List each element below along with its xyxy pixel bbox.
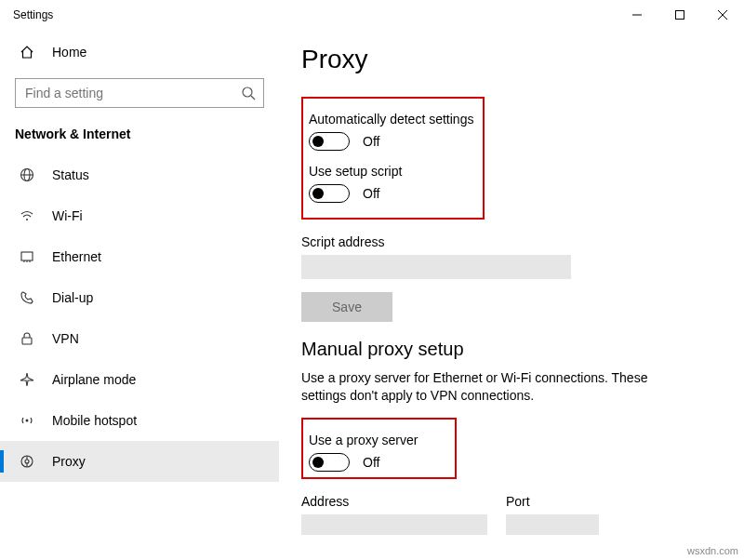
save-button[interactable]: Save [301, 292, 392, 322]
svg-point-15 [26, 420, 29, 422]
sidebar-home[interactable]: Home [0, 35, 279, 69]
sidebar-item-dialup[interactable]: Dial-up [0, 277, 279, 318]
sidebar-item-label: Mobile hotspot [52, 413, 137, 428]
sidebar-item-hotspot[interactable]: Mobile hotspot [0, 400, 279, 441]
search-input[interactable] [23, 85, 241, 101]
sidebar-item-label: Proxy [52, 454, 86, 469]
minimize-button[interactable] [616, 0, 658, 30]
proxy-icon [19, 454, 35, 469]
svg-line-5 [251, 96, 255, 100]
svg-rect-14 [22, 338, 32, 344]
use-proxy-state: Off [363, 455, 379, 470]
use-script-state: Off [363, 186, 379, 201]
sidebar-item-vpn[interactable]: VPN [0, 318, 279, 359]
svg-rect-1 [676, 11, 684, 20]
use-script-label: Use setup script [309, 164, 473, 179]
svg-point-4 [243, 87, 252, 97]
sidebar-section: Network & Internet [0, 121, 279, 154]
search-icon [241, 86, 256, 100]
auto-detect-state: Off [363, 134, 379, 149]
sidebar-item-proxy[interactable]: Proxy [0, 441, 279, 482]
address-label: Address [301, 494, 487, 509]
port-input[interactable] [506, 514, 599, 535]
maximize-button[interactable] [658, 0, 701, 30]
sidebar: Home Network & Internet Status Wi-Fi Eth… [0, 30, 279, 560]
sidebar-item-wifi[interactable]: Wi-Fi [0, 195, 279, 236]
airplane-icon [19, 372, 35, 387]
sidebar-item-label: Status [52, 167, 89, 182]
address-input[interactable] [301, 514, 487, 535]
highlight-box-proxy: Use a proxy server Off [301, 418, 457, 479]
svg-rect-10 [21, 252, 33, 260]
search-box[interactable] [15, 78, 264, 108]
phone-icon [19, 290, 35, 305]
use-script-toggle[interactable] [309, 184, 350, 203]
hotspot-icon [19, 413, 35, 428]
sidebar-item-label: VPN [52, 331, 79, 346]
window-title: Settings [13, 8, 53, 21]
ethernet-icon [19, 249, 35, 264]
sidebar-nav: Status Wi-Fi Ethernet Dial-up VPN Airpla [0, 154, 279, 482]
highlight-box-auto: Automatically detect settings Off Use se… [301, 97, 485, 220]
sidebar-item-label: Dial-up [52, 290, 93, 305]
script-address-label: Script address [301, 234, 722, 249]
page-title: Proxy [301, 45, 722, 74]
lock-icon [19, 331, 35, 346]
svg-point-9 [26, 219, 28, 220]
watermark: wsxdn.com [687, 545, 738, 556]
manual-description: Use a proxy server for Ethernet or Wi-Fi… [301, 369, 692, 405]
sidebar-item-airplane[interactable]: Airplane mode [0, 359, 279, 400]
globe-icon [19, 167, 35, 182]
sidebar-home-label: Home [52, 45, 86, 60]
wifi-icon [19, 208, 35, 223]
main-panel: Proxy Automatically detect settings Off … [279, 30, 744, 560]
sidebar-item-status[interactable]: Status [0, 154, 279, 195]
sidebar-item-ethernet[interactable]: Ethernet [0, 236, 279, 277]
home-icon [19, 45, 35, 60]
auto-detect-label: Automatically detect settings [309, 112, 473, 127]
use-proxy-toggle[interactable] [309, 453, 350, 472]
sidebar-item-label: Airplane mode [52, 372, 136, 387]
svg-point-17 [25, 460, 29, 463]
manual-heading: Manual proxy setup [301, 339, 722, 360]
window-controls [616, 0, 744, 30]
auto-detect-toggle[interactable] [309, 132, 350, 151]
use-proxy-label: Use a proxy server [309, 433, 418, 447]
sidebar-item-label: Ethernet [52, 249, 101, 264]
titlebar: Settings [0, 0, 744, 30]
script-address-input[interactable] [301, 255, 571, 279]
port-label: Port [506, 494, 599, 509]
sidebar-item-label: Wi-Fi [52, 208, 83, 223]
close-button[interactable] [701, 0, 744, 30]
